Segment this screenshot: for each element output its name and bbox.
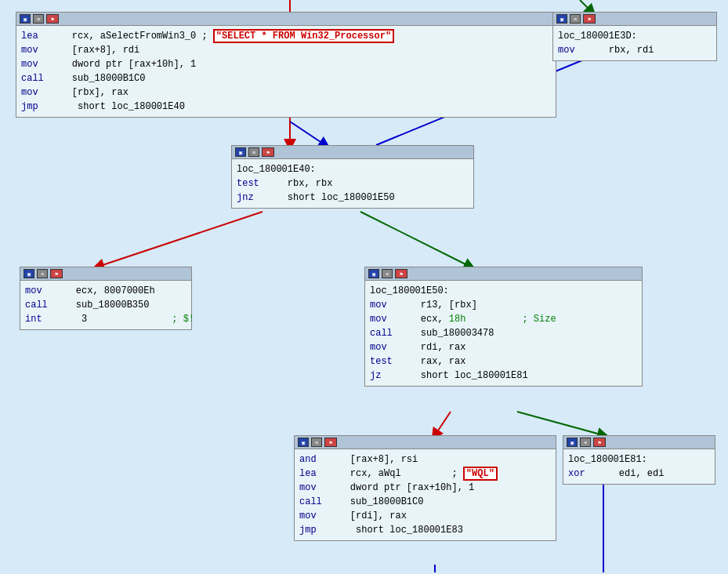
icon-list4: ≡ — [37, 269, 48, 278]
node-7-body: loc_180001E81: xor edi, edi — [563, 449, 715, 484]
node-5-body: loc_180001E50: mov r13, [rbx] mov ecx, 1… — [365, 281, 642, 386]
svg-line-4 — [98, 212, 263, 267]
node-3-header: ▣ ≡ ⚑ — [232, 146, 473, 159]
node-3-body: loc_180001E40: test rbx, rbx jnz short l… — [232, 159, 473, 208]
node-7-header: ▣ ≡ ⚑ — [563, 436, 715, 449]
icon-graph: ▣ — [20, 14, 31, 24]
svg-line-7 — [517, 412, 603, 435]
icon-graph6: ▣ — [298, 438, 309, 447]
node-6: ▣ ≡ ⚑ and [rax+8], rsi lea rcx, aWql ; "… — [294, 435, 556, 541]
icon-flag2: ⚑ — [583, 14, 596, 24]
icon-list3: ≡ — [248, 147, 259, 157]
icon-flag5: ⚑ — [395, 269, 407, 278]
icon-graph2: ▣ — [556, 14, 567, 24]
svg-line-2 — [290, 122, 325, 145]
node-1-header: ▣ ≡ ⚑ — [16, 13, 556, 26]
node-6-header: ▣ ≡ ⚑ — [295, 436, 556, 449]
icon-list7: ≡ — [580, 438, 591, 447]
node-3: ▣ ≡ ⚑ loc_180001E40: test rbx, rbx jnz s… — [231, 145, 474, 209]
node-4-header: ▣ ≡ ⚑ — [20, 267, 191, 281]
node-2: ▣ ≡ ⚑ loc_180001E3D: mov rbx, rdi — [552, 12, 717, 61]
node-5: ▣ ≡ ⚑ loc_180001E50: mov r13, [rbx] mov … — [364, 267, 643, 387]
node-7: ▣ ≡ ⚑ loc_180001E81: xor edi, edi — [563, 435, 715, 485]
svg-line-1 — [580, 0, 592, 12]
icon-flag: ⚑ — [46, 14, 59, 24]
node-4-body: mov ecx, 8007000Eh call sub_18000B350 in… — [20, 281, 191, 329]
icon-flag7: ⚑ — [593, 438, 606, 447]
icon-graph4: ▣ — [24, 269, 34, 278]
icon-graph7: ▣ — [567, 438, 578, 447]
node-6-body: and [rax+8], rsi lea rcx, aWql ; "WQL" m… — [295, 449, 556, 540]
node-1-body: lea rcx, aSelectFromWin3_0 ; "SELECT * F… — [16, 26, 556, 117]
icon-list: ≡ — [33, 14, 44, 24]
icon-flag3: ⚑ — [262, 147, 274, 157]
node-4: ▣ ≡ ⚑ mov ecx, 8007000Eh call sub_18000B… — [20, 267, 192, 330]
node-1: ▣ ≡ ⚑ lea rcx, aSelectFromWin3_0 ; "SELE… — [16, 12, 556, 118]
svg-line-6 — [435, 412, 451, 435]
icon-flag4: ⚑ — [50, 269, 63, 278]
icon-graph3: ▣ — [235, 147, 246, 157]
icon-flag6: ⚑ — [324, 438, 337, 447]
node-5-header: ▣ ≡ ⚑ — [365, 267, 642, 281]
svg-line-5 — [360, 212, 470, 267]
node-2-body: loc_180001E3D: mov rbx, rdi — [553, 26, 716, 60]
icon-list6: ≡ — [311, 438, 322, 447]
icon-graph5: ▣ — [368, 269, 379, 278]
icon-list2: ≡ — [570, 14, 581, 24]
node-2-header: ▣ ≡ ⚑ — [553, 13, 716, 26]
icon-list5: ≡ — [382, 269, 393, 278]
